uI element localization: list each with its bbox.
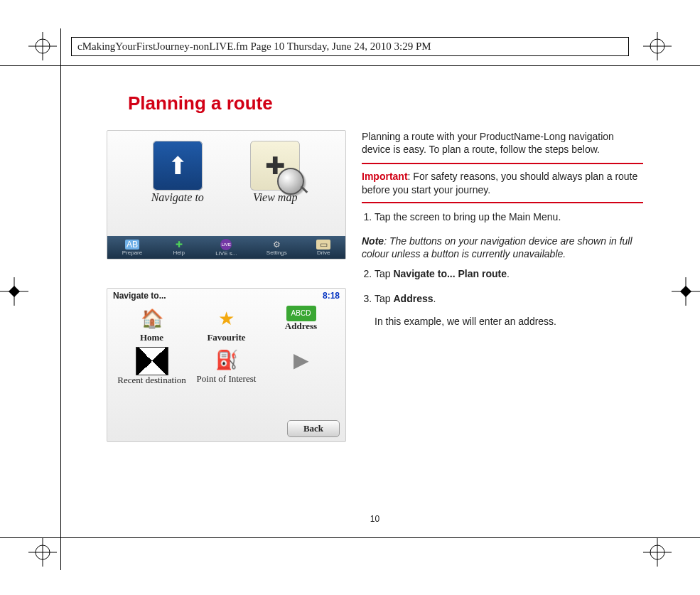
- crop-line-bottom: [0, 537, 700, 538]
- arrow-right-icon: ▶: [286, 347, 317, 374]
- toolbar-prepare[interactable]: ABPrepare: [122, 240, 142, 256]
- poi-label: Point of Interest: [197, 374, 257, 384]
- favourite-label: Favourite: [207, 333, 245, 343]
- page-number: 10: [107, 514, 643, 524]
- reg-mark-right-mid: [672, 277, 700, 306]
- instruction-text: Planning a route with your ProductName-L…: [362, 130, 643, 442]
- note-label: Note: [362, 235, 384, 247]
- map-icon: ✚: [250, 141, 300, 191]
- fuel-pump-icon: ⛽: [211, 347, 242, 374]
- reg-mark-bottom-left: [28, 538, 57, 567]
- step-3: Tap Address. In this example, we will en…: [375, 292, 643, 328]
- navigate-to-button[interactable]: ⬆ Navigate to: [142, 141, 213, 204]
- reg-mark-top-left: [28, 32, 57, 60]
- screenshot-navigate-to: Navigate to... 8:18 🏠 Home ★ Favourite A…: [107, 288, 346, 442]
- note-text: : The buttons on your navigation device …: [362, 235, 632, 259]
- recent-destination-button[interactable]: Recent destination: [114, 347, 189, 385]
- step-2: Tap Navigate to... Plan route.: [375, 267, 643, 280]
- screenshot-main-menu: ⬆ Navigate to ✚ View map ABPrepare ✚Help…: [107, 130, 346, 259]
- recent-label: Recent destination: [117, 375, 185, 385]
- gear-icon: ⚙: [269, 240, 284, 250]
- crop-line-left: [60, 28, 61, 570]
- back-button[interactable]: Back: [287, 420, 340, 437]
- svg-marker-17: [680, 286, 691, 297]
- prepare-icon: AB: [125, 240, 139, 250]
- step-1: Tap the screen to bring up the Main Menu…: [375, 210, 643, 223]
- important-callout: Important: For safety reasons, you shoul…: [362, 163, 643, 203]
- reg-mark-bottom-right: [643, 538, 672, 567]
- home-label: Home: [140, 333, 163, 343]
- star-icon: ★: [211, 306, 242, 333]
- home-icon: 🏠: [136, 306, 168, 333]
- page-content: Planning a route ⬆ Navigate to ✚ View ma…: [107, 92, 643, 524]
- address-badge-icon: ABCD: [286, 306, 316, 321]
- drive-icon: ▭: [316, 240, 330, 250]
- toolbar-help[interactable]: ✚Help: [172, 240, 186, 256]
- live-icon: LIVE: [220, 239, 232, 250]
- reg-mark-left-mid: [0, 277, 28, 306]
- important-label: Important: [362, 171, 408, 182]
- navigate-to-title: Navigate to...: [113, 291, 166, 301]
- intro-paragraph: Planning a route with your ProductName-L…: [362, 130, 643, 156]
- favourite-button[interactable]: ★ Favourite: [189, 306, 264, 343]
- navigate-arrow-icon: ⬆: [153, 141, 203, 191]
- crop-line-top: [0, 65, 700, 66]
- svg-marker-14: [9, 286, 20, 297]
- address-button[interactable]: ABCD Address: [264, 306, 338, 343]
- view-map-button[interactable]: ✚ View map: [239, 141, 311, 204]
- step-3-follow: In this example, we will enter an addres…: [375, 315, 643, 328]
- page-header: cMakingYourFirstJourney-nonLIVE.fm Page …: [71, 37, 629, 56]
- toolbar-settings[interactable]: ⚙Settings: [266, 240, 287, 256]
- clock-time: 8:18: [323, 291, 340, 301]
- navigate-to-label: Navigate to: [151, 192, 204, 204]
- main-menu-toolbar: ABPrepare ✚Help LIVELIVE s... ⚙Settings …: [107, 236, 345, 259]
- page-title: Planning a route: [128, 92, 643, 114]
- help-icon: ✚: [172, 240, 186, 250]
- toolbar-drive[interactable]: ▭Drive: [316, 240, 330, 256]
- home-button[interactable]: 🏠 Home: [114, 306, 189, 343]
- magnifier-icon: [277, 168, 304, 195]
- next-page-arrow[interactable]: ▶: [264, 347, 338, 385]
- poi-button[interactable]: ⛽ Point of Interest: [189, 347, 264, 385]
- toolbar-live[interactable]: LIVELIVE s...: [215, 239, 237, 257]
- address-label: Address: [285, 321, 317, 331]
- note-paragraph: Note: The buttons on your navigation dev…: [362, 235, 643, 260]
- reg-mark-top-right: [643, 32, 672, 60]
- checkered-flag-icon: [136, 347, 168, 375]
